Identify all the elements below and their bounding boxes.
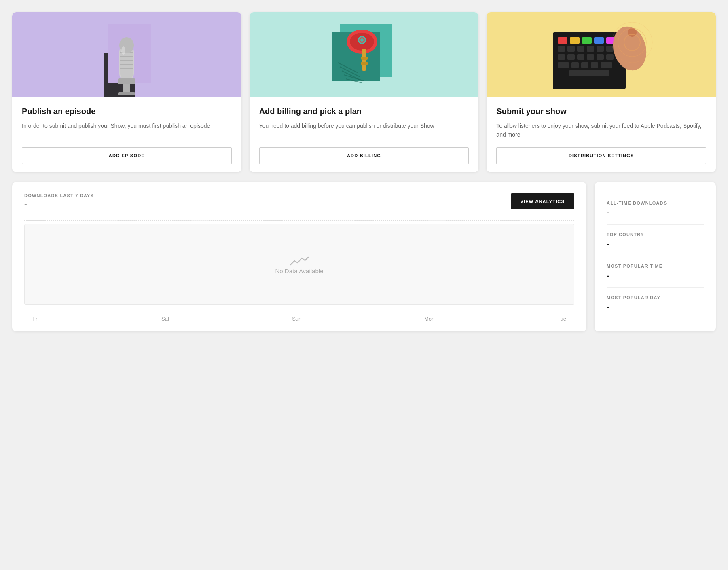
svg-rect-48	[558, 62, 569, 68]
svg-rect-3	[118, 92, 135, 95]
publish-card-title: Publish an episode	[22, 107, 232, 116]
axis-label-mon: Mon	[424, 316, 434, 322]
most-popular-time-value: -	[607, 272, 704, 280]
submit-card-image	[487, 12, 716, 97]
svg-rect-40	[597, 46, 604, 52]
axis-label-tue: Tue	[557, 316, 566, 322]
billing-card-title: Add billing and pick a plan	[259, 107, 469, 116]
key-illustration	[328, 18, 400, 91]
svg-rect-31	[558, 37, 567, 44]
svg-rect-33	[582, 37, 592, 44]
top-cards-section: Publish an episode In order to submit an…	[12, 12, 716, 172]
submit-card-body: Submit your show To allow listeners to e…	[487, 97, 716, 172]
svg-point-13	[121, 46, 125, 55]
top-country-value: -	[607, 240, 704, 249]
billing-card-image	[250, 12, 479, 97]
svg-rect-34	[594, 37, 604, 44]
svg-rect-32	[570, 37, 580, 44]
svg-rect-45	[587, 54, 594, 60]
analytics-title: DOWNLOADS LAST 7 DAYS -	[24, 193, 94, 215]
view-analytics-button[interactable]: VIEW ANALYTICS	[511, 193, 575, 209]
analytics-header: DOWNLOADS LAST 7 DAYS - VIEW ANALYTICS	[24, 193, 574, 215]
stat-all-time-downloads: ALL-TIME DOWNLOADS -	[607, 193, 704, 225]
svg-rect-52	[601, 62, 612, 68]
stat-top-country: TOP COUNTRY -	[607, 225, 704, 256]
axis-label-sun: Sun	[292, 316, 301, 322]
stat-most-popular-day: MOST POPULAR DAY -	[607, 288, 704, 319]
most-popular-day-value: -	[607, 303, 704, 312]
billing-card-body: Add billing and pick a plan You need to …	[250, 97, 479, 172]
stat-most-popular-time: MOST POPULAR TIME -	[607, 256, 704, 288]
bottom-section: DOWNLOADS LAST 7 DAYS - VIEW ANALYTICS N…	[12, 182, 716, 331]
top-country-label: TOP COUNTRY	[607, 232, 704, 237]
svg-rect-50	[581, 62, 588, 68]
svg-rect-38	[577, 46, 584, 52]
svg-rect-12	[118, 78, 135, 84]
svg-rect-37	[567, 46, 575, 52]
submit-card-title: Submit your show	[496, 107, 706, 116]
no-data-chart-icon	[290, 255, 309, 268]
chart-top-line	[24, 220, 574, 221]
chart-container: No Data Available Fri Sat Sun Mon Tue	[24, 220, 574, 322]
svg-rect-51	[591, 62, 598, 68]
svg-point-56	[628, 28, 637, 37]
add-episode-button[interactable]: ADD EPISODE	[22, 147, 232, 164]
svg-rect-43	[567, 54, 575, 60]
most-popular-time-label: MOST POPULAR TIME	[607, 264, 704, 268]
svg-rect-46	[597, 54, 604, 60]
svg-rect-19	[361, 57, 368, 60]
svg-point-23	[360, 38, 364, 42]
svg-rect-53	[569, 70, 609, 76]
no-data-text: No Data Available	[275, 268, 324, 274]
stats-card: ALL-TIME DOWNLOADS - TOP COUNTRY - MOST …	[595, 182, 716, 331]
downloads-label: DOWNLOADS LAST 7 DAYS	[24, 193, 94, 198]
svg-rect-20	[361, 62, 368, 65]
all-time-downloads-value: -	[607, 209, 704, 217]
publish-card-body: Publish an episode In order to submit an…	[12, 97, 241, 172]
svg-rect-36	[558, 46, 565, 52]
chart-bottom-line	[24, 308, 574, 308]
distribution-settings-button[interactable]: DISTRIBUTION SETTINGS	[496, 147, 706, 164]
publish-card-desc: In order to submit and publish your Show…	[22, 122, 232, 139]
downloads-value: -	[24, 200, 94, 209]
svg-rect-47	[606, 54, 614, 60]
analytics-card: DOWNLOADS LAST 7 DAYS - VIEW ANALYTICS N…	[12, 182, 586, 331]
billing-card: Add billing and pick a plan You need to …	[250, 12, 479, 172]
keyboard-illustration	[549, 16, 654, 93]
publish-card: Publish an episode In order to submit an…	[12, 12, 241, 172]
svg-rect-39	[587, 46, 594, 52]
all-time-downloads-label: ALL-TIME DOWNLOADS	[607, 201, 704, 205]
microphone-illustration	[102, 20, 151, 97]
submit-card-desc: To allow listeners to enjoy your show, s…	[496, 122, 706, 139]
axis-label-sat: Sat	[161, 316, 169, 322]
add-billing-button[interactable]: ADD BILLING	[259, 147, 469, 164]
billing-card-desc: You need to add billing before you can p…	[259, 122, 469, 139]
submit-card: Submit your show To allow listeners to e…	[487, 12, 716, 172]
svg-rect-42	[558, 54, 565, 60]
axis-label-fri: Fri	[32, 316, 38, 322]
svg-rect-49	[571, 62, 579, 68]
chart-area: No Data Available	[24, 224, 574, 305]
most-popular-day-label: MOST POPULAR DAY	[607, 295, 704, 300]
chart-axis: Fri Sat Sun Mon Tue	[24, 312, 574, 322]
publish-card-image	[12, 12, 241, 97]
svg-rect-44	[577, 54, 584, 60]
